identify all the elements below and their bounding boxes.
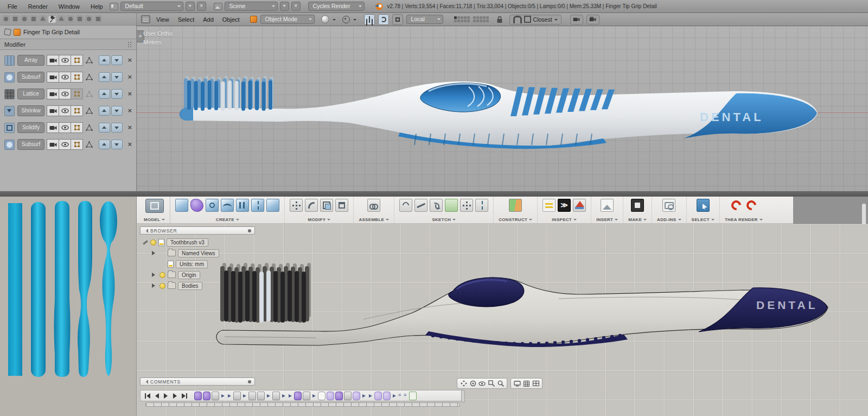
modifier-name-button[interactable]: Subsurf: [17, 139, 44, 150]
render-visibility-toggle[interactable]: [47, 72, 59, 83]
group-label[interactable]: MAKE: [628, 217, 642, 222]
editmode-visibility-toggle[interactable]: [71, 55, 83, 66]
thea-render-icon[interactable]: [730, 199, 743, 212]
expand-arrow-icon[interactable]: [152, 283, 157, 288]
delete-modifier-button[interactable]: [127, 141, 132, 148]
pattern-icon[interactable]: [236, 199, 249, 212]
skip-to-end-button[interactable]: [181, 392, 188, 400]
modifier-name-button[interactable]: Lattice: [17, 89, 44, 99]
viewport-visibility-toggle[interactable]: [59, 72, 71, 83]
manipulator-scale-button[interactable]: [392, 14, 403, 25]
layer-grid-right[interactable]: [473, 16, 489, 22]
timeline-end-handle[interactable]: [461, 390, 465, 402]
timeline-feature-icon[interactable]: [383, 392, 391, 400]
group-label[interactable]: CONSTRUCT: [499, 217, 527, 222]
properties-tab-data[interactable]: [58, 15, 65, 23]
viewport-menu-add[interactable]: Add: [200, 16, 216, 23]
properties-tab-world[interactable]: [30, 15, 37, 23]
cage-toggle[interactable]: [86, 106, 93, 115]
mirror-icon[interactable]: [251, 199, 264, 212]
mode-selector[interactable]: Object Mode: [260, 15, 315, 24]
expand-arrow-icon[interactable]: [152, 273, 157, 277]
group-label[interactable]: ASSEMBLE: [359, 217, 384, 222]
timeline-ruler[interactable]: [145, 402, 460, 407]
editmode-visibility-toggle[interactable]: [71, 105, 83, 116]
measure-icon[interactable]: [542, 199, 556, 212]
render-visibility-toggle[interactable]: [47, 139, 59, 150]
render-engine-selector[interactable]: Cycles Render: [308, 2, 365, 11]
editmode-visibility-toggle[interactable]: [71, 89, 83, 99]
orientation-selector[interactable]: Local: [406, 15, 443, 24]
pin-icon[interactable]: [4, 28, 11, 36]
opengl-render-button[interactable]: [570, 15, 583, 24]
thea-render-icon[interactable]: [745, 199, 758, 212]
delete-modifier-button[interactable]: [127, 56, 132, 64]
move-modifier-up-button[interactable]: [99, 89, 110, 99]
timeline-feature-icon[interactable]: [272, 392, 280, 400]
arc-icon[interactable]: [399, 199, 412, 212]
visibility-bulb-icon[interactable]: [150, 239, 156, 245]
properties-tab-physics[interactable]: [94, 15, 102, 23]
move-modifier-down-button[interactable]: [111, 123, 123, 133]
timeline-feature-icon[interactable]: [281, 392, 286, 400]
combine-icon[interactable]: [320, 199, 333, 212]
group-label[interactable]: INSPECT: [552, 217, 572, 222]
timeline-feature-icon[interactable]: [242, 392, 247, 400]
group-label[interactable]: THEA RENDER: [725, 217, 758, 222]
shell-icon[interactable]: [335, 199, 348, 212]
cage-toggle[interactable]: [86, 90, 93, 98]
properties-tab-object[interactable]: [39, 15, 47, 23]
press-pull-icon[interactable]: [290, 199, 303, 212]
render-visibility-toggle[interactable]: [47, 122, 59, 133]
group-label[interactable]: ADD-INS: [657, 217, 676, 222]
render-visibility-toggle[interactable]: [47, 105, 59, 116]
extrude-icon[interactable]: [266, 199, 279, 212]
sketch-mirror-icon[interactable]: [475, 199, 488, 212]
modifier-section-header[interactable]: Modifier: [0, 39, 136, 50]
manipulator-translate-button[interactable]: [364, 14, 375, 25]
add-layout-button[interactable]: [186, 2, 195, 11]
construction-plane-icon[interactable]: [509, 199, 522, 212]
group-label[interactable]: CREATE: [216, 217, 234, 222]
cage-toggle[interactable]: [86, 56, 93, 65]
delete-layout-button[interactable]: [197, 2, 206, 11]
move-modifier-up-button[interactable]: [99, 72, 110, 82]
create-form-icon[interactable]: [190, 199, 203, 212]
editor-type-button[interactable]: [141, 15, 150, 23]
group-label[interactable]: INSERT: [596, 217, 613, 222]
move-modifier-up-button[interactable]: [99, 140, 110, 149]
timeline-feature-icon[interactable]: [409, 392, 417, 400]
timeline-feature-icon[interactable]: [392, 392, 397, 400]
new-solid-icon[interactable]: [175, 199, 188, 212]
properties-tab-render-layers[interactable]: [11, 15, 19, 23]
snap-magnet-toggle[interactable]: [513, 16, 522, 23]
timeline-feature-icon[interactable]: [220, 392, 226, 400]
manipulator-rotate-button[interactable]: [378, 14, 389, 25]
delete-modifier-button[interactable]: [127, 73, 132, 81]
skip-to-start-button[interactable]: [144, 392, 151, 400]
viewport-visibility-toggle[interactable]: [59, 122, 71, 133]
cage-toggle[interactable]: [86, 73, 93, 81]
viewport-visibility-toggle[interactable]: [59, 89, 71, 99]
modifier-name-button[interactable]: Subsurf: [17, 72, 44, 83]
pan-icon[interactable]: [459, 380, 468, 387]
addins-icon[interactable]: [662, 199, 675, 212]
timeline-feature-icon[interactable]: [257, 392, 265, 400]
viewport-menu-view[interactable]: View: [154, 16, 172, 23]
expand-arrow-icon[interactable]: [152, 251, 157, 255]
editmode-visibility-toggle[interactable]: [71, 139, 83, 150]
timeline-feature-icon[interactable]: [266, 392, 271, 400]
workspace-selector[interactable]: MODEL: [139, 197, 170, 223]
joint-icon[interactable]: [367, 199, 380, 212]
timeline-feature-icon[interactable]: [398, 392, 403, 400]
spline-icon[interactable]: [430, 199, 443, 212]
collapse-icon[interactable]: [144, 380, 148, 384]
timeline-feature-icon[interactable]: [212, 392, 219, 400]
timeline-feature-icon[interactable]: [368, 392, 373, 400]
editmode-visibility-toggle[interactable]: [71, 122, 83, 133]
fillet-icon[interactable]: [305, 199, 318, 212]
visibility-bulb-icon[interactable]: [159, 283, 165, 289]
timeline-feature-icon[interactable]: [303, 392, 310, 400]
revolve-icon[interactable]: [206, 199, 219, 212]
timeline-feature-icon[interactable]: [233, 392, 241, 400]
